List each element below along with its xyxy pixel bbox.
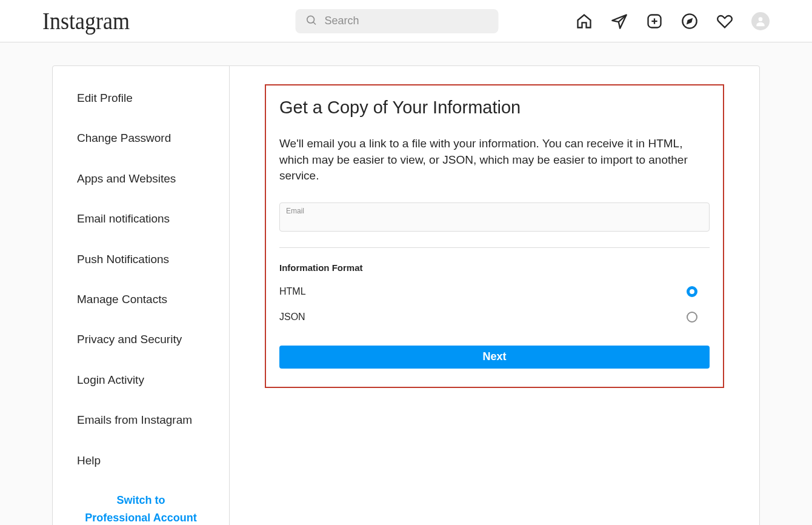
settings-content: Get a Copy of Your Information We'll ema… (230, 66, 759, 525)
email-field[interactable]: Email (279, 202, 710, 232)
format-label-html: HTML (279, 286, 306, 297)
search-input[interactable] (325, 15, 489, 27)
nav-icons (576, 12, 770, 30)
svg-line-1 (313, 22, 316, 24)
explore-icon[interactable] (681, 13, 698, 30)
sidebar-item-manage-contacts[interactable]: Manage Contacts (53, 279, 229, 319)
svg-point-0 (307, 16, 314, 23)
sidebar-item-edit-profile[interactable]: Edit Profile (53, 78, 229, 118)
divider (279, 247, 710, 248)
activity-icon[interactable] (716, 13, 733, 30)
new-post-icon[interactable] (646, 13, 663, 30)
settings-container: Edit Profile Change Password Apps and We… (52, 65, 760, 525)
sidebar-item-privacy-security[interactable]: Privacy and Security (53, 319, 229, 359)
format-option-json[interactable]: JSON (279, 312, 697, 323)
radio-html[interactable] (687, 286, 697, 297)
sidebar-item-email-notifications[interactable]: Email notifications (53, 199, 229, 239)
search-icon (305, 14, 318, 28)
profile-avatar[interactable] (751, 12, 770, 30)
home-icon[interactable] (576, 13, 593, 30)
svg-point-8 (759, 17, 763, 21)
format-section-label: Information Format (279, 262, 710, 273)
next-button[interactable]: Next (279, 346, 710, 369)
sidebar-item-emails-from-instagram[interactable]: Emails from Instagram (53, 400, 229, 440)
sidebar-item-change-password[interactable]: Change Password (53, 118, 229, 158)
highlighted-region: Get a Copy of Your Information We'll ema… (265, 84, 724, 388)
settings-sidebar: Edit Profile Change Password Apps and We… (53, 66, 230, 525)
svg-marker-7 (688, 19, 692, 23)
messages-icon[interactable] (611, 13, 628, 30)
sidebar-item-help[interactable]: Help (53, 441, 229, 481)
search-box[interactable] (296, 9, 499, 33)
switch-professional-link[interactable]: Switch to Professional Account (53, 481, 229, 525)
page-title: Get a Copy of Your Information (279, 98, 710, 118)
page-description: We'll email you a link to a file with yo… (279, 136, 710, 184)
sidebar-item-push-notifications[interactable]: Push Notifications (53, 239, 229, 279)
email-label: Email (286, 207, 703, 215)
sidebar-item-login-activity[interactable]: Login Activity (53, 360, 229, 400)
format-option-html[interactable]: HTML (279, 286, 697, 297)
instagram-logo[interactable]: Instagram (42, 7, 130, 35)
top-header: Instagram (0, 0, 812, 42)
sidebar-item-apps-websites[interactable]: Apps and Websites (53, 159, 229, 199)
format-label-json: JSON (279, 312, 305, 323)
radio-json[interactable] (687, 312, 697, 323)
